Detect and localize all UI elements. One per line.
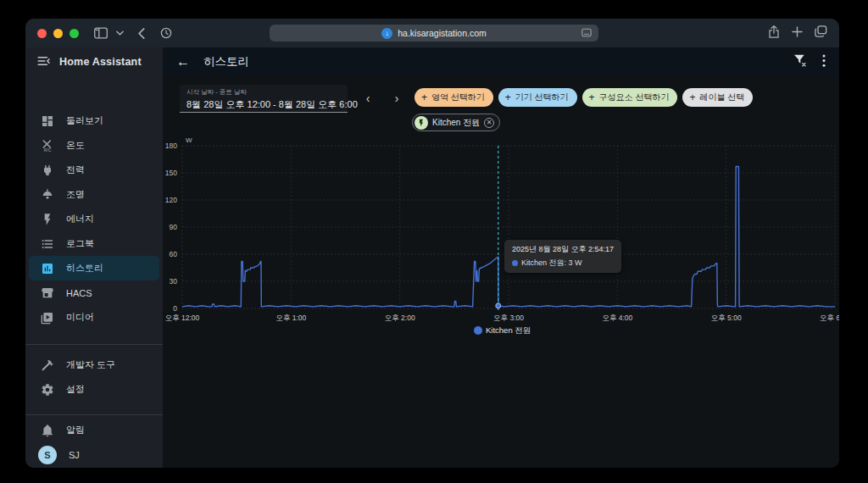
sidebar-item-profile[interactable]: S SJ: [25, 442, 163, 467]
sidebar-item-label: 설정: [66, 383, 85, 396]
sidebar-item-label: 전력: [66, 164, 85, 176]
filter-chip-기기 선택하기[interactable]: +기기 선택하기: [498, 88, 577, 107]
filter-remove-icon[interactable]: [793, 54, 807, 70]
sidebar-divider: [25, 344, 163, 345]
sidebar-item-label: 둘러보기: [66, 114, 103, 127]
svg-text:120: 120: [165, 196, 177, 204]
close-window-button[interactable]: [37, 29, 47, 38]
sidebar-item-미디어[interactable]: 미디어: [25, 305, 163, 330]
svg-text:오후 12:00: 오후 12:00: [165, 314, 200, 322]
back-icon[interactable]: [137, 28, 145, 39]
svg-text:180: 180: [165, 142, 177, 150]
svg-text:오후 5:00: 오후 5:00: [711, 314, 742, 322]
plus-icon: +: [505, 92, 511, 103]
sidebar-item-HACS[interactable]: HACS: [25, 280, 163, 305]
tooltip-timestamp: 2025년 8월 28일 오후 2:54:17: [512, 244, 614, 255]
sidebar-item-설정[interactable]: 설정: [25, 377, 163, 402]
history-content: 시작 날짜 - 종료 날짜 8월 28일 오후 12:00 - 8월 28일 오…: [163, 76, 839, 468]
tooltip-series-dot: [512, 260, 518, 266]
filter-chip-label: 레이블 선택: [699, 92, 744, 103]
hover-point: [496, 303, 501, 308]
avatar: S: [38, 446, 57, 464]
svg-text:오후 2:00: 오후 2:00: [385, 314, 415, 322]
tooltip-entity-value: Kitchen 전원: 3 W: [521, 258, 582, 269]
previous-range-button[interactable]: ‹: [359, 90, 376, 107]
traffic-lights: [37, 29, 79, 38]
zoom-window-button[interactable]: [70, 29, 79, 38]
history-chart[interactable]: 0306090120150180W오후 12:00오후 1:00오후 2:00오…: [163, 127, 839, 339]
sidebar-header: Home Assistant: [25, 47, 163, 76]
svg-text:오후 3:00: 오후 3:00: [493, 314, 524, 322]
sidebar-item-label: 미디어: [66, 311, 94, 324]
chart-unit-label: W: [186, 136, 192, 144]
desktop: ↓ ha.kisaragistation.com: [0, 0, 868, 483]
svg-text:오후 6:00: 오후 6:00: [820, 314, 839, 322]
app-title: Home Assistant: [59, 56, 142, 68]
page-header: ← 히스토리: [163, 47, 839, 76]
filter-chip-구성요소 선택하기[interactable]: +구성요소 선택하기: [582, 88, 678, 107]
chart-tooltip: 2025년 8월 28일 오후 2:54:17 Kitchen 전원: 3 W: [504, 240, 621, 273]
svg-text:오후 4:00: 오후 4:00: [602, 314, 632, 322]
filter-chip-레이블 선택[interactable]: +레이블 선택: [682, 88, 753, 107]
svg-text:R/C: R/C: [44, 147, 52, 153]
filter-chip-영역 선택하기[interactable]: +영역 선택하기: [415, 88, 493, 107]
tab-overview-icon[interactable]: [815, 25, 827, 41]
sidebar-item-로그북[interactable]: 로그북: [25, 231, 163, 256]
legend-dot: [474, 326, 482, 335]
sidebar-item-label: 개발자 도구: [66, 358, 115, 371]
view-dashboard-icon: [41, 114, 54, 128]
url-text: ha.kisaragistation.com: [398, 28, 486, 38]
overflow-menu-icon[interactable]: [822, 54, 826, 70]
filter-chip-label: 영역 선택하기: [431, 92, 485, 103]
browser-window: ↓ ha.kisaragistation.com: [25, 19, 839, 468]
chart-legend-item[interactable]: Kitchen 전원: [474, 325, 531, 335]
chevron-down-icon[interactable]: [116, 31, 124, 36]
svg-text:150: 150: [165, 169, 177, 177]
sidebar-item-온도[interactable]: R/C온도: [25, 133, 163, 158]
page-title: 히스토리: [203, 54, 249, 69]
sidebar-item-둘러보기[interactable]: 둘러보기: [25, 108, 163, 133]
filter-chips: +영역 선택하기+기기 선택하기+구성요소 선택하기+레이블 선택: [415, 88, 753, 107]
date-range-label: 시작 날짜 - 종료 날짜: [186, 88, 341, 97]
hammer-icon: [41, 358, 54, 372]
browser-toolbar: ↓ ha.kisaragistation.com: [25, 19, 839, 47]
sidebar-item-히스토리[interactable]: 히스토리: [29, 256, 159, 280]
new-tab-icon[interactable]: [792, 25, 803, 41]
chart-gridlines: [182, 146, 835, 308]
page-settings-icon[interactable]: [581, 28, 592, 39]
sidebar-item-알림[interactable]: 알림: [25, 418, 163, 442]
ceiling-light-icon: [41, 188, 54, 202]
sidebar-item-label: 히스토리: [66, 262, 103, 275]
gear-icon: [41, 383, 54, 397]
sidebar-item-조명[interactable]: 조명: [25, 182, 163, 207]
history-clock-icon[interactable]: [160, 27, 172, 39]
sidebar-toggle-icon[interactable]: [94, 27, 108, 39]
svg-text:30: 30: [170, 277, 178, 286]
filter-chip-label: 기기 선택하기: [515, 92, 569, 103]
main-panel: ← 히스토리 시작 날짜 - 종료 날짜 8월 28일 오후 1: [163, 47, 839, 468]
next-range-button[interactable]: ›: [388, 90, 405, 107]
site-favicon: ↓: [381, 28, 392, 39]
address-bar[interactable]: ↓ ha.kisaragistation.com: [270, 25, 598, 42]
date-range-picker[interactable]: 시작 날짜 - 종료 날짜 8월 28일 오후 12:00 - 8월 28일 오…: [180, 85, 348, 113]
sidebar-item-label: 알림: [66, 424, 85, 436]
minimize-window-button[interactable]: [53, 29, 63, 38]
sidebar-menu-toggle-icon[interactable]: [37, 54, 51, 69]
sidebar-item-에너지[interactable]: 에너지: [25, 207, 163, 231]
bell-icon: [41, 424, 54, 437]
series-line[interactable]: [182, 167, 835, 307]
sidebar-item-개발자 도구[interactable]: 개발자 도구: [25, 353, 163, 377]
sidebar-item-label: 온도: [66, 139, 85, 152]
close-icon[interactable]: ✕: [484, 118, 494, 128]
filter-chip-label: 구성요소 선택하기: [599, 92, 670, 103]
sidebar-item-label: 에너지: [66, 213, 94, 225]
plus-icon: +: [589, 92, 595, 103]
profile-name: SJ: [69, 450, 80, 460]
share-icon[interactable]: [768, 25, 780, 42]
remote-climate-icon: R/C: [41, 139, 54, 153]
sidebar-nav-dev: 개발자 도구설정: [25, 353, 163, 402]
sidebar-item-전력[interactable]: 전력: [25, 158, 163, 182]
hacs-store-icon: [41, 286, 54, 300]
back-arrow-icon[interactable]: ←: [176, 54, 190, 69]
chart-x-axis-labels: 오후 12:00오후 1:00오후 2:00오후 3:00오후 4:00오후 5…: [165, 314, 839, 322]
